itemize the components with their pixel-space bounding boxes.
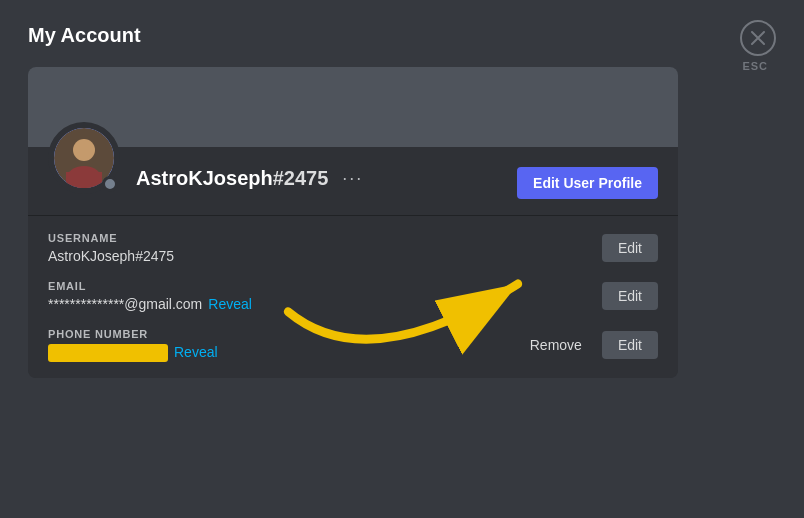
- username-display: AstroKJoseph#2475: [136, 167, 328, 190]
- username-text: AstroKJoseph: [136, 167, 273, 189]
- email-reveal-link[interactable]: Reveal: [208, 296, 252, 312]
- close-button[interactable]: [740, 20, 776, 56]
- phone-field-row: PHONE NUMBER Reveal Remove Edit: [48, 328, 658, 362]
- profile-banner: [28, 67, 678, 147]
- svg-rect-3: [66, 172, 102, 188]
- phone-masked: [48, 344, 168, 362]
- fields-section: USERNAME AstroKJoseph#2475 Edit EMAIL **…: [28, 215, 678, 378]
- svg-point-1: [73, 139, 95, 161]
- status-indicator: [102, 176, 118, 192]
- username-edit-button[interactable]: Edit: [602, 234, 658, 262]
- email-masked: **************@gmail.com: [48, 296, 202, 312]
- account-card: AstroKJoseph#2475 ··· Edit User Profile …: [28, 67, 678, 378]
- account-settings-overlay: My Account ESC: [0, 0, 804, 518]
- username-field-row: USERNAME AstroKJoseph#2475 Edit: [48, 232, 658, 264]
- page-title: My Account: [28, 24, 776, 47]
- email-label: EMAIL: [48, 280, 590, 292]
- phone-edit-button[interactable]: Edit: [602, 331, 658, 359]
- email-edit-button[interactable]: Edit: [602, 282, 658, 310]
- esc-label: ESC: [742, 60, 768, 72]
- phone-value: Reveal: [48, 344, 530, 362]
- username-label: USERNAME: [48, 232, 590, 244]
- phone-remove-button[interactable]: Remove: [530, 337, 582, 353]
- profile-header: AstroKJoseph#2475 ··· Edit User Profile: [28, 147, 678, 215]
- username-area: AstroKJoseph#2475 ··· Edit User Profile: [136, 147, 658, 199]
- avatar-wrapper: [48, 122, 120, 194]
- account-card-inner: AstroKJoseph#2475 ··· Edit User Profile …: [28, 67, 678, 378]
- phone-reveal-link[interactable]: Reveal: [174, 344, 218, 360]
- discriminator: #2475: [273, 167, 329, 189]
- more-options-button[interactable]: ···: [338, 164, 367, 193]
- phone-label: PHONE NUMBER: [48, 328, 530, 340]
- phone-field-left: PHONE NUMBER Reveal: [48, 328, 530, 362]
- email-field-row: EMAIL **************@gmail.comReveal Edi…: [48, 280, 658, 312]
- email-field-left: EMAIL **************@gmail.comReveal: [48, 280, 590, 312]
- email-value: **************@gmail.comReveal: [48, 296, 590, 312]
- username-field-left: USERNAME AstroKJoseph#2475: [48, 232, 590, 264]
- username-value: AstroKJoseph#2475: [48, 248, 590, 264]
- edit-profile-button[interactable]: Edit User Profile: [517, 167, 658, 199]
